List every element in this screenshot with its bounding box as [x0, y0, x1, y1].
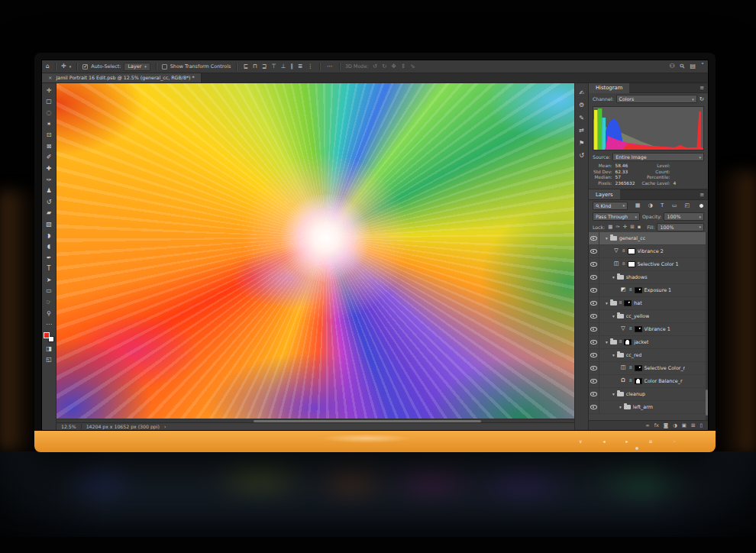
layer-row[interactable]: ▾8hat	[589, 297, 708, 310]
layer-row[interactable]: ▾left_arm	[589, 401, 708, 414]
crop-tool[interactable]: ⊡	[42, 129, 56, 141]
new-adjustment-layer-icon[interactable]: ◑	[673, 423, 677, 428]
3d-drag-icon[interactable]: ✥	[390, 63, 397, 70]
eye-icon[interactable]	[590, 312, 597, 319]
lock-artboard-icon[interactable]: ⊞	[629, 224, 635, 230]
filter-type-select[interactable]: ⚲ Kind ▾	[593, 202, 628, 210]
type-layer-filter-icon[interactable]: T	[660, 202, 665, 209]
align-left-edges-icon[interactable]: ⊑	[242, 63, 249, 70]
layer-effects-icon[interactable]: fx	[654, 423, 659, 428]
blur-tool[interactable]: ◗	[42, 230, 56, 241]
osd-right-button[interactable]: ▸	[625, 439, 628, 444]
eraser-tool[interactable]: ▰	[42, 208, 56, 219]
move-tool[interactable]: ✛	[42, 85, 56, 96]
layer-row[interactable]: ▾8jacket	[589, 336, 708, 349]
visibility-cell[interactable]	[589, 323, 599, 335]
layer-name[interactable]: shadows	[626, 274, 648, 280]
home-icon[interactable]: ⌂	[46, 63, 50, 70]
channel-select[interactable]: Colors ▾	[616, 95, 697, 103]
zoom-level[interactable]: 12.5%	[61, 424, 76, 429]
history-panel-icon[interactable]: ↺	[575, 150, 588, 163]
gradient-tool[interactable]: ▧	[42, 218, 56, 230]
layer-name[interactable]: cc_yellow	[626, 313, 650, 319]
layer-row[interactable]: ◩8Exposure 1	[589, 284, 708, 297]
align-bottom-edges-icon[interactable]: ⊥	[279, 63, 287, 70]
mask-thumbnail[interactable]	[635, 287, 642, 293]
more-options-icon[interactable]: ⋯	[325, 63, 334, 70]
layer-name[interactable]: Color Balance_r	[645, 378, 683, 384]
distribute-horizontal-icon[interactable]: ≣	[297, 63, 304, 70]
expand-caret-icon[interactable]: ▾	[612, 353, 615, 357]
eye-icon[interactable]	[590, 351, 597, 358]
brush-tool[interactable]: ✑	[42, 174, 56, 186]
color-swatches[interactable]	[44, 332, 54, 342]
tab-layers[interactable]: Layers	[589, 189, 620, 199]
visibility-cell[interactable]	[589, 310, 599, 322]
visibility-cell[interactable]	[589, 284, 599, 296]
eye-icon[interactable]	[590, 247, 597, 254]
smart-object-filter-icon[interactable]: ◰	[683, 202, 691, 209]
screen-mode-button[interactable]: ◱	[42, 354, 56, 366]
eye-icon[interactable]	[590, 286, 597, 293]
adjustment-layer-filter-icon[interactable]: ◑	[647, 202, 654, 209]
zoom-tool[interactable]: ⚲	[42, 308, 56, 319]
source-select[interactable]: Entire Image ▾	[612, 153, 704, 161]
document-tab[interactable]: × Jamil Portrait 16 Edit.psb @ 12.5% (ge…	[42, 73, 202, 82]
eye-icon[interactable]	[590, 273, 597, 280]
expand-caret-icon[interactable]: ▾	[612, 314, 615, 319]
scrollbar-handle[interactable]	[254, 420, 481, 422]
tab-histogram[interactable]: Histogram	[589, 83, 629, 93]
styles-panel-icon[interactable]: ✎	[575, 112, 588, 125]
hand-tool[interactable]: ☞	[42, 296, 56, 308]
layer-group-icon[interactable]: ▣	[682, 423, 687, 428]
osd-select-button[interactable]: ≡	[648, 439, 652, 444]
align-top-edges-icon[interactable]: ⊤	[270, 63, 278, 70]
visibility-cell[interactable]	[589, 362, 599, 374]
layer-row[interactable]: ▾shadows	[589, 271, 708, 284]
move-tool-icon[interactable]: ✛	[61, 63, 66, 70]
auto-select-dropdown[interactable]: Layer ▾	[124, 63, 150, 71]
eye-icon[interactable]	[590, 377, 597, 384]
visibility-cell[interactable]	[589, 388, 599, 400]
panel-menu-icon[interactable]: ≡	[699, 192, 708, 198]
layer-mask-icon[interactable]: ◙	[664, 423, 668, 428]
foreground-color-swatch[interactable]	[44, 332, 50, 338]
layer-row[interactable]: Ω8Color Balance_r	[589, 375, 708, 388]
layer-row[interactable]: ◫8Selective Color 1	[589, 258, 708, 271]
close-icon[interactable]: ×	[48, 75, 52, 81]
expand-caret-icon[interactable]: ▾	[606, 301, 608, 306]
layer-name[interactable]: cleanup	[626, 391, 645, 397]
layer-name[interactable]: Selective Color 1	[638, 261, 679, 267]
frame-tool[interactable]: ⊠	[42, 141, 56, 152]
expand-caret-icon[interactable]: ▾	[606, 236, 608, 241]
3d-rotate-icon[interactable]: ↺	[372, 63, 379, 70]
layer-name[interactable]: Vibrance 2	[638, 248, 664, 254]
layer-name[interactable]: Exposure 1	[645, 287, 672, 293]
shape-layer-filter-icon[interactable]: ▭	[670, 202, 678, 209]
layer-row[interactable]: ▽8Vibrance 1	[589, 323, 708, 336]
lock-position-icon[interactable]: ✛	[622, 224, 628, 230]
3d-scale-icon[interactable]: ⇘	[409, 63, 416, 70]
canvas-image[interactable]	[57, 83, 574, 419]
eye-icon[interactable]	[590, 234, 597, 241]
shape-tool[interactable]: ▭	[42, 286, 56, 297]
pen-tool[interactable]: ✒	[42, 252, 56, 264]
mask-thumbnail[interactable]	[628, 248, 635, 254]
workspace-icon[interactable]: ▤	[690, 63, 696, 70]
lasso-tool[interactable]: ◌	[42, 107, 56, 118]
layer-name[interactable]: hat	[634, 300, 641, 306]
visibility-cell[interactable]	[589, 245, 599, 257]
edit-toolbar[interactable]: ⋯	[42, 319, 56, 330]
lock-pixels-icon[interactable]: ✑	[615, 224, 620, 230]
eye-icon[interactable]	[590, 325, 597, 332]
3d-roll-icon[interactable]: ↻	[381, 63, 388, 70]
visibility-cell[interactable]	[589, 271, 599, 283]
layer-row[interactable]: ▾general_cc	[589, 232, 708, 245]
layer-name[interactable]: left_arm	[633, 404, 653, 410]
mask-thumbnail[interactable]	[624, 339, 632, 345]
align-right-edges-icon[interactable]: ⊒	[260, 63, 267, 70]
visibility-cell[interactable]	[589, 336, 599, 348]
layer-name[interactable]: Vibrance 1	[645, 326, 670, 332]
visibility-cell[interactable]	[589, 258, 599, 270]
swap-panels-icon[interactable]: ⇄	[575, 125, 588, 137]
